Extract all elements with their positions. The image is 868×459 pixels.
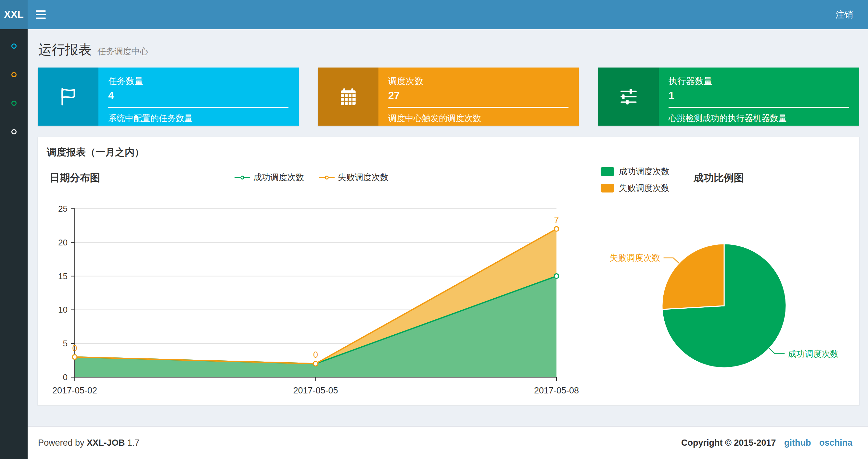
version: 1.7 xyxy=(127,438,140,448)
swatch-icon xyxy=(601,167,614,176)
svg-text:失败调度次数: 失败调度次数 xyxy=(610,253,660,263)
svg-text:10: 10 xyxy=(58,305,68,315)
line-chart-title: 日期分布图 xyxy=(50,171,100,185)
svg-text:5: 5 xyxy=(63,338,68,348)
info-box-description: 调度中心触发的调度次数 xyxy=(388,112,568,124)
info-box-label: 执行器数量 xyxy=(669,75,849,87)
svg-text:0: 0 xyxy=(63,372,68,382)
report-panel: 调度报表（一月之内） 05101520252017-05-022017-05-0… xyxy=(38,137,859,405)
oschina-link[interactable]: oschina xyxy=(819,438,852,448)
flag-icon xyxy=(38,67,98,126)
svg-text:0: 0 xyxy=(313,350,318,360)
pie-chart-title: 成功比例图 xyxy=(693,171,744,185)
legend-label: 失败调度次数 xyxy=(619,183,670,194)
sidebar xyxy=(0,29,28,459)
info-box-value: 1 xyxy=(669,90,849,102)
hamburger-icon xyxy=(36,10,46,12)
sidebar-toggle-button[interactable] xyxy=(28,0,54,29)
svg-text:15: 15 xyxy=(58,271,68,281)
svg-text:20: 20 xyxy=(58,238,68,248)
info-box-description: 系统中配置的任务数量 xyxy=(108,112,288,124)
copyright-text: Copyright © 2015-2017 xyxy=(681,438,776,448)
svg-text:2017-05-05: 2017-05-05 xyxy=(293,386,338,395)
legend-label: 成功调度次数 xyxy=(253,172,304,183)
info-box-value: 4 xyxy=(108,90,288,102)
legend-label: 成功调度次数 xyxy=(619,166,670,177)
info-box-label: 调度次数 xyxy=(388,75,568,87)
footer-copyright: Copyright © 2015-2017 github oschina xyxy=(681,438,852,448)
sidebar-item-help[interactable] xyxy=(0,118,28,146)
info-box-label: 任务数量 xyxy=(108,75,288,87)
sidebar-item-dispatch-log[interactable] xyxy=(0,89,28,118)
app-logo[interactable]: XXL xyxy=(0,0,28,29)
footer: Powered by XXL-JOB 1.7 Copyright © 2015-… xyxy=(28,426,868,459)
line-series-icon xyxy=(235,175,250,181)
sidebar-item-job-manage[interactable] xyxy=(0,60,28,89)
circle-icon xyxy=(11,43,17,49)
calendar-icon xyxy=(318,67,378,126)
sliders-icon xyxy=(598,67,659,126)
progress-line xyxy=(388,107,568,108)
page-header: 运行报表 任务调度中心 xyxy=(38,41,148,59)
svg-text:25: 25 xyxy=(58,204,68,214)
pie-chart-legend: 成功调度次数 失败调度次数 xyxy=(601,166,670,194)
legend-item-success[interactable]: 成功调度次数 xyxy=(235,172,304,183)
line-series-icon xyxy=(319,175,335,181)
logout-link[interactable]: 注销 xyxy=(820,0,868,29)
svg-text:2017-05-02: 2017-05-02 xyxy=(52,386,97,395)
swatch-icon xyxy=(601,184,614,193)
info-box-description: 心跳检测成功的执行器机器数量 xyxy=(669,112,849,124)
pie-legend-fail[interactable]: 失败调度次数 xyxy=(601,183,670,194)
page-subtitle: 任务调度中心 xyxy=(97,46,148,56)
info-box-executor-count: 执行器数量 1 心跳检测成功的执行器机器数量 xyxy=(598,67,859,126)
circle-icon xyxy=(11,72,17,77)
line-chart-legend: 成功调度次数 失败调度次数 xyxy=(198,172,425,183)
legend-item-fail[interactable]: 失败调度次数 xyxy=(319,172,389,183)
svg-text:2017-05-08: 2017-05-08 xyxy=(534,386,579,395)
info-box-value: 27 xyxy=(388,90,568,102)
top-navbar: XXL 注销 xyxy=(0,0,868,29)
circle-icon xyxy=(11,129,17,134)
pie-legend-success[interactable]: 成功调度次数 xyxy=(601,166,670,177)
footer-powered: Powered by XXL-JOB 1.7 xyxy=(38,438,140,448)
info-box-job-count: 任务数量 4 系统中配置的任务数量 xyxy=(38,67,299,126)
sidebar-item-run-report[interactable] xyxy=(0,32,28,60)
page-title: 运行报表 xyxy=(38,42,92,57)
brand-name: XXL-JOB xyxy=(87,438,125,448)
svg-text:7: 7 xyxy=(554,215,559,225)
info-box-trigger-count: 调度次数 27 调度中心触发的调度次数 xyxy=(318,67,579,126)
progress-line xyxy=(669,107,849,108)
legend-label: 失败调度次数 xyxy=(338,172,389,183)
circle-icon xyxy=(11,101,17,106)
progress-line xyxy=(108,107,288,108)
svg-text:成功调度次数: 成功调度次数 xyxy=(788,349,838,359)
github-link[interactable]: github xyxy=(784,438,811,448)
svg-text:0: 0 xyxy=(72,343,77,353)
